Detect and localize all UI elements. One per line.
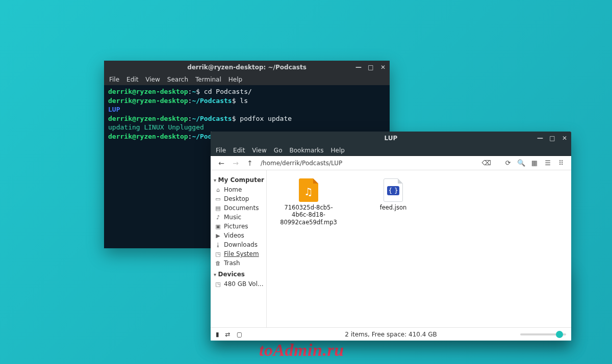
filemanager-content[interactable]: ♫ 7160325d-8cb5-4b6c-8d18-80992cae59df.m…: [267, 170, 571, 327]
compact-view-icon[interactable]: ⠿: [556, 159, 566, 167]
videos-icon: ▶: [215, 232, 221, 239]
sidebar-item-music[interactable]: ♪Music: [215, 213, 264, 222]
fm-menu-help[interactable]: Help: [331, 147, 345, 154]
sidebar-item-desktop[interactable]: ▭Desktop: [215, 194, 264, 203]
terminal-menubar: File Edit View Search Terminal Help: [104, 74, 390, 85]
close-button[interactable]: ✕: [561, 135, 568, 142]
fm-menu-go[interactable]: Go: [274, 147, 283, 154]
back-button[interactable]: ←: [216, 159, 227, 167]
terminal-titlebar[interactable]: derrik@ryzen-desktop: ~/Podcasts — □ ✕: [104, 61, 390, 74]
zoom-slider[interactable]: [520, 333, 566, 335]
treeview-toggle-icon[interactable]: ⇄: [225, 331, 231, 338]
audio-file-icon: ♫: [299, 178, 318, 202]
terminal-menu-search[interactable]: Search: [167, 76, 188, 83]
filemanager-titlebar[interactable]: LUP — □ ✕: [211, 132, 571, 145]
drive-icon: ◳: [215, 251, 221, 257]
music-icon: ♪: [215, 214, 221, 221]
sidebar-item-filesystem[interactable]: ◳File System: [215, 249, 264, 258]
minimize-button[interactable]: —: [537, 135, 544, 142]
terminal-menu-terminal[interactable]: Terminal: [195, 76, 221, 83]
sidebar-item-downloads[interactable]: ⭳Downloads: [215, 240, 264, 249]
status-text: 2 items, Free space: 410.4 GB: [211, 331, 571, 338]
file-item-json[interactable]: { } feed.json: [363, 178, 424, 319]
terminal-menu-file[interactable]: File: [109, 76, 119, 83]
filemanager-window-controls: — □ ✕: [537, 135, 568, 142]
maximize-button[interactable]: □: [549, 135, 556, 142]
watermark-text: toAdmin.ru: [259, 341, 344, 360]
sidebar-section-devices[interactable]: Devices: [214, 271, 264, 278]
trash-icon: 🗑: [215, 260, 221, 267]
home-icon: ⌂: [215, 187, 221, 193]
clear-path-icon[interactable]: ⌫: [481, 159, 492, 167]
icon-view-icon[interactable]: ▦: [529, 159, 540, 167]
file-label: 7160325d-8cb5-4b6c-8d18-80992cae59df.mp3: [278, 204, 339, 226]
up-button[interactable]: ↑: [244, 159, 256, 167]
sidebar-item-volume[interactable]: ◳480 GB Vol...: [215, 279, 264, 289]
sidebar-item-documents[interactable]: ▤Documents: [215, 203, 264, 213]
sidebar-toggle-icon[interactable]: ▮: [216, 331, 219, 338]
minimize-button[interactable]: —: [355, 64, 362, 71]
terminal-window-controls: — □ ✕: [355, 64, 387, 71]
maximize-button[interactable]: □: [367, 64, 374, 71]
downloads-icon: ⭳: [215, 242, 221, 248]
filemanager-window: LUP — □ ✕ File Edit View Go Bookmarks He…: [211, 132, 571, 341]
sidebar-item-pictures[interactable]: ▣Pictures: [215, 222, 264, 231]
documents-icon: ▤: [215, 205, 221, 212]
forward-button[interactable]: →: [230, 159, 241, 167]
close-button[interactable]: ✕: [379, 64, 387, 71]
filemanager-statusbar: ▮ ⇄ ▢ 2 items, Free space: 410.4 GB: [211, 327, 571, 341]
json-file-icon: { }: [384, 178, 403, 202]
terminal-menu-view[interactable]: View: [145, 76, 160, 83]
terminal-toggle-icon[interactable]: ▢: [237, 331, 242, 338]
reload-icon[interactable]: ⟳: [503, 159, 513, 167]
search-icon[interactable]: 🔍: [516, 159, 526, 167]
fm-menu-view[interactable]: View: [252, 147, 266, 154]
filemanager-toolbar: ← → ↑ /home/derrik/Podcasts/LUP ⌫ ⟳ 🔍 ▦ …: [211, 156, 571, 170]
filemanager-title: LUP: [211, 135, 571, 142]
terminal-menu-help[interactable]: Help: [228, 76, 242, 83]
pictures-icon: ▣: [215, 223, 221, 230]
sidebar-section-mycomputer[interactable]: My Computer: [214, 176, 264, 184]
sidebar-item-videos[interactable]: ▶Videos: [215, 231, 264, 240]
file-label: feed.json: [363, 204, 424, 211]
sidebar-item-trash[interactable]: 🗑Trash: [215, 258, 264, 268]
filemanager-menubar: File Edit View Go Bookmarks Help: [211, 145, 571, 156]
fm-menu-edit[interactable]: Edit: [233, 147, 245, 154]
filemanager-sidebar: My Computer ⌂Home ▭Desktop ▤Documents ♪M…: [211, 170, 267, 327]
list-view-icon[interactable]: ☰: [543, 159, 553, 167]
file-item-audio[interactable]: ♫ 7160325d-8cb5-4b6c-8d18-80992cae59df.m…: [278, 178, 339, 319]
filemanager-main: My Computer ⌂Home ▭Desktop ▤Documents ♪M…: [211, 170, 571, 327]
location-path[interactable]: /home/derrik/Podcasts/LUP: [261, 160, 342, 167]
sidebar-item-home[interactable]: ⌂Home: [215, 185, 264, 194]
terminal-title: derrik@ryzen-desktop: ~/Podcasts: [104, 64, 390, 71]
volume-icon: ◳: [215, 281, 221, 288]
fm-menu-file[interactable]: File: [216, 147, 226, 154]
desktop-icon: ▭: [215, 196, 221, 202]
fm-menu-bookmarks[interactable]: Bookmarks: [289, 147, 323, 154]
terminal-menu-edit[interactable]: Edit: [126, 76, 138, 83]
